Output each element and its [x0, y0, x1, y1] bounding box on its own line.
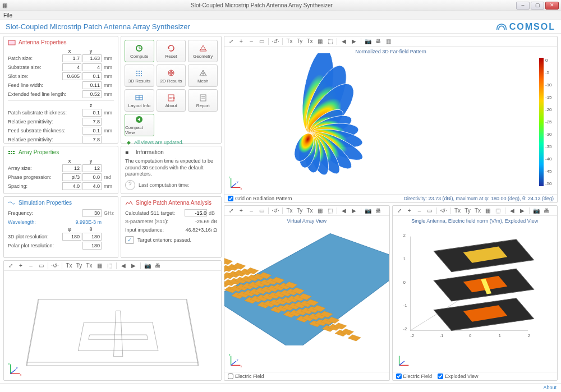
compute-button[interactable]: Compute	[125, 40, 154, 62]
toolbar-btn[interactable]: 📷	[532, 207, 541, 215]
single-ef-checkbox[interactable]: Electric Field	[396, 373, 433, 379]
toolbar-btn[interactable]: Tx	[85, 262, 94, 270]
ant0-y-input[interactable]	[82, 54, 102, 62]
toolbar-btn[interactable]: +	[405, 207, 414, 215]
toolbar-btn[interactable]: +	[237, 207, 246, 215]
toolbar-btn[interactable]: ⬚	[105, 262, 114, 270]
arr1-y-input[interactable]	[82, 173, 102, 181]
compact-view-button[interactable]: Compact View	[125, 114, 154, 136]
3d-results-button[interactable]: 3D Results	[125, 64, 154, 87]
toolbar-btn[interactable]: Ty	[75, 262, 84, 270]
toolbar-btn[interactable]: ·↺·	[439, 207, 448, 215]
toolbar-btn[interactable]: ·↺·	[271, 207, 280, 215]
ant1-x-input[interactable]	[62, 63, 81, 71]
toolbar-btn[interactable]: Tx	[305, 38, 314, 45]
toolbar-btn[interactable]: ▶	[350, 207, 358, 215]
toolbar-btn[interactable]: 🖶	[374, 207, 383, 215]
antz3-input[interactable]	[82, 136, 102, 144]
array-canvas[interactable]: Virtual Array View zxy	[224, 216, 389, 372]
ant1-y-input[interactable]	[82, 63, 102, 71]
toolbar-btn[interactable]: ▥	[384, 38, 393, 45]
farfield-canvas[interactable]: Normalized 3D Far-field Pattern 0-5-10-1…	[224, 47, 557, 194]
geom-canvas[interactable]: yxz	[4, 271, 221, 380]
toolbar-btn[interactable]: ⬚	[325, 207, 334, 215]
toolbar-btn[interactable]: Tx	[305, 207, 314, 215]
exploded-checkbox[interactable]: Exploded View	[438, 373, 478, 379]
geometry-button[interactable]: Geometry	[188, 40, 218, 62]
array-ef-checkbox[interactable]: Electric Field	[228, 373, 264, 379]
res3d-theta-input[interactable]	[82, 233, 102, 241]
toolbar-btn[interactable]: ·↺·	[271, 38, 280, 45]
close-button[interactable]: ✕	[545, 2, 559, 10]
toolbar-btn[interactable]: 📷	[143, 262, 152, 270]
reset-button[interactable]: Reset	[157, 40, 186, 62]
arr0-x-input[interactable]	[62, 164, 81, 172]
ants0-input[interactable]	[82, 81, 102, 89]
toolbar-btn[interactable]: 🖶	[374, 38, 383, 45]
antz2-input[interactable]	[82, 127, 102, 135]
toolbar-btn[interactable]: +	[16, 262, 25, 270]
s11-target-input[interactable]	[185, 209, 207, 216]
res3d-phi-input[interactable]	[62, 233, 81, 241]
toolbar-btn[interactable]: ▶	[129, 262, 138, 270]
toolbar-btn[interactable]: ⤢	[395, 207, 404, 215]
toolbar-btn[interactable]: Tx	[473, 207, 482, 215]
maximize-button[interactable]: ▢	[531, 2, 544, 10]
grid-on-checkbox[interactable]: Grid on Radiation Pattern	[228, 196, 292, 201]
toolbar-btn[interactable]: ⤢	[227, 38, 236, 45]
ants1-input[interactable]	[82, 90, 102, 98]
about-button[interactable]: PDFAbout	[157, 89, 186, 112]
toolbar-btn[interactable]: –	[26, 262, 35, 270]
toolbar-btn[interactable]: ·↺·	[50, 262, 59, 270]
toolbar-btn[interactable]: ⤢	[227, 207, 236, 215]
toolbar-btn[interactable]: ⬚	[325, 38, 334, 45]
toolbar-btn[interactable]: ◀	[119, 262, 128, 270]
toolbar-btn[interactable]: ▭	[257, 207, 266, 215]
antz0-input[interactable]	[82, 109, 102, 117]
toolbar-btn[interactable]: Ty	[463, 207, 472, 215]
ant2-y-input[interactable]	[82, 72, 102, 80]
minimize-button[interactable]: –	[516, 2, 530, 10]
toolbar-btn[interactable]: Ty	[295, 38, 304, 45]
toolbar-btn[interactable]: ▦	[315, 207, 324, 215]
frequency-input[interactable]	[82, 209, 102, 217]
toolbar-btn[interactable]: +	[237, 38, 246, 45]
toolbar-btn[interactable]: Ty	[295, 207, 304, 215]
polar-res-input[interactable]	[82, 242, 102, 250]
arr2-x-input[interactable]	[62, 182, 81, 190]
toolbar-btn[interactable]: ▭	[425, 207, 434, 215]
arr0-y-input[interactable]	[82, 164, 102, 172]
menu-file[interactable]: File	[3, 12, 12, 19]
toolbar-btn[interactable]: ▦	[484, 207, 493, 215]
about-link[interactable]: About	[543, 385, 557, 390]
report-button[interactable]: Report	[188, 89, 218, 112]
toolbar-btn[interactable]: ▭	[36, 262, 45, 270]
toolbar-btn[interactable]: Tx	[453, 207, 462, 215]
toolbar-btn[interactable]: ◀	[339, 38, 348, 45]
ant2-x-input[interactable]	[62, 72, 81, 80]
toolbar-btn[interactable]: –	[415, 207, 424, 215]
toolbar-btn[interactable]: Tx	[65, 262, 73, 270]
ant0-x-input[interactable]	[62, 54, 81, 62]
toolbar-btn[interactable]: ▭	[257, 38, 266, 45]
toolbar-btn[interactable]: 📷	[364, 38, 373, 45]
mesh-button[interactable]: Mesh	[188, 64, 218, 87]
single-canvas[interactable]: Single Antenna, Electric field norm (V/m…	[393, 216, 558, 372]
antz1-input[interactable]	[82, 118, 102, 126]
toolbar-btn[interactable]: 📷	[364, 207, 373, 215]
toolbar-btn[interactable]: ◀	[339, 207, 348, 215]
toolbar-btn[interactable]: ⤢	[6, 262, 15, 270]
toolbar-btn[interactable]: ⬚	[494, 207, 503, 215]
toolbar-btn[interactable]: –	[247, 207, 256, 215]
arr1-x-input[interactable]	[62, 173, 81, 181]
toolbar-btn[interactable]: 🖶	[542, 207, 551, 215]
toolbar-btn[interactable]: Tx	[285, 38, 294, 45]
toolbar-btn[interactable]: –	[247, 38, 256, 45]
toolbar-btn[interactable]: Tx	[285, 207, 294, 215]
toolbar-btn[interactable]: 🖶	[153, 262, 162, 270]
toolbar-btn[interactable]: ▦	[95, 262, 104, 270]
toolbar-btn[interactable]: ◀	[508, 207, 517, 215]
toolbar-btn[interactable]: ▶	[350, 38, 358, 45]
2d-results-button[interactable]: 2D Results	[157, 64, 186, 87]
arr2-y-input[interactable]	[82, 182, 102, 190]
